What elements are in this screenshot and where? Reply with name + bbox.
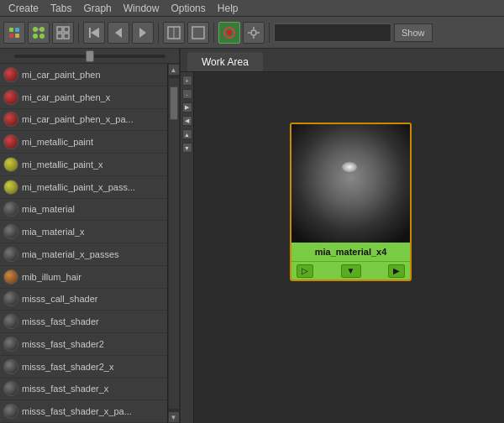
- strip-btn-4[interactable]: ◀: [182, 116, 192, 126]
- shader-name: mi_car_paint_phen_x_pa...: [22, 114, 134, 124]
- shader-name: mib_illum_hair: [22, 272, 81, 282]
- shader-icon: [3, 201, 18, 217]
- list-scrollbar[interactable]: ▲ ▼: [167, 64, 179, 423]
- menu-help[interactable]: Help: [213, 1, 244, 16]
- menu-tabs[interactable]: Tabs: [45, 1, 76, 16]
- list-item[interactable]: misss_call_shader: [0, 289, 167, 311]
- left-panel: mi_car_paint_phen mi_car_paint_phen_x mi…: [0, 49, 181, 423]
- list-item[interactable]: mib_illum_hair: [0, 266, 167, 289]
- toolbar-render-btn[interactable]: [218, 22, 240, 44]
- shader-name: mi_car_paint_phen_x: [22, 92, 110, 102]
- list-item[interactable]: misss_fast_shader_x: [0, 379, 167, 401]
- strip-btn-1[interactable]: +: [182, 76, 192, 86]
- strip-btn-3[interactable]: ▶: [182, 102, 192, 112]
- shader-icon: [3, 180, 18, 195]
- list-item[interactable]: mi_metallic_paint_x_pass...: [0, 176, 167, 199]
- shader-icon: [3, 134, 18, 149]
- node-ctrl-left[interactable]: ▷: [297, 264, 313, 278]
- list-item[interactable]: misss_fast_shader2: [0, 333, 167, 356]
- node-ctrl-center[interactable]: ▼: [341, 264, 361, 278]
- list-item[interactable]: misss_fast_shader2_x: [0, 356, 167, 379]
- svg-point-21: [227, 30, 232, 35]
- strip-btn-5[interactable]: ▲: [182, 129, 192, 139]
- shader-icon: [3, 404, 18, 419]
- shader-name: misss_fast_shader2: [22, 339, 104, 349]
- list-item[interactable]: mia_material_x: [0, 221, 167, 243]
- list-items: mi_car_paint_phen mi_car_paint_phen_x mi…: [0, 64, 167, 423]
- svg-rect-2: [9, 34, 13, 38]
- node-preview: [291, 124, 410, 243]
- menu-create[interactable]: Create: [3, 1, 44, 16]
- toolbar-prev-btn[interactable]: [83, 22, 105, 44]
- list-item[interactable]: mi_car_paint_phen: [0, 64, 167, 86]
- strip-btn-6[interactable]: ▼: [182, 143, 192, 153]
- canvas-area[interactable]: + - ▶ ◀ ▲ ▼ mia_material_x4 ▷ ▼ ▶: [181, 72, 504, 423]
- shader-icon: [3, 224, 18, 239]
- toolbar-step-back-btn[interactable]: [108, 22, 129, 44]
- shader-icon: [3, 247, 18, 262]
- shader-name: misss_fast_shader2_x: [22, 362, 113, 372]
- shader-name: mia_material_x_passes: [22, 249, 119, 259]
- list-item[interactable]: mi_metallic_paint: [0, 131, 167, 154]
- svg-marker-16: [139, 28, 146, 38]
- shader-name: mia_material: [22, 204, 75, 214]
- slider-track[interactable]: [14, 55, 165, 58]
- node-specular-highlight: [342, 162, 357, 172]
- menu-window[interactable]: Window: [118, 1, 165, 16]
- svg-point-22: [251, 30, 256, 35]
- list-item[interactable]: mi_car_paint_phen_x: [0, 86, 167, 109]
- toolbar-grid-btn[interactable]: [52, 22, 74, 44]
- node-controls: ▷ ▼ ▶: [291, 261, 410, 279]
- toolbar-layout2-btn[interactable]: [187, 22, 209, 44]
- node-ctrl-right[interactable]: ▶: [388, 264, 405, 278]
- toolbar: Show: [0, 17, 504, 49]
- svg-rect-3: [15, 34, 19, 38]
- toolbar-settings-btn[interactable]: [243, 22, 265, 44]
- shader-icon: [3, 359, 18, 374]
- svg-rect-12: [64, 34, 69, 39]
- shader-list: mi_car_paint_phen mi_car_paint_phen_x mi…: [0, 64, 179, 423]
- shader-name: misss_call_shader: [22, 294, 97, 304]
- svg-point-6: [33, 34, 38, 39]
- slider-thumb[interactable]: [86, 50, 94, 62]
- shader-name: misss_fast_shader: [22, 316, 99, 326]
- menubar: Create Tabs Graph Window Options Help: [0, 0, 504, 17]
- toolbar-nodes-btn[interactable]: [28, 22, 50, 44]
- shader-name: misss_fast_shader_x: [22, 384, 108, 394]
- menu-options[interactable]: Options: [165, 1, 210, 16]
- node-label: mia_material_x4: [291, 243, 410, 261]
- toolbar-layout1-btn[interactable]: [163, 22, 185, 44]
- sep1: [78, 23, 79, 43]
- shader-icon: [3, 67, 18, 82]
- shader-name: mi_metallic_paint: [22, 137, 93, 147]
- shader-name: misss_fast_shader_x_pa...: [22, 406, 132, 416]
- svg-rect-1: [15, 28, 19, 32]
- shader-icon: [3, 157, 18, 172]
- toolbar-show-button[interactable]: Show: [394, 24, 433, 42]
- list-item[interactable]: mi_metallic_paint_x: [0, 154, 167, 176]
- menu-graph[interactable]: Graph: [78, 1, 116, 16]
- shader-icon: [3, 291, 18, 306]
- shader-icon: [3, 269, 18, 285]
- shader-name: mi_metallic_paint_x_pass...: [22, 182, 135, 192]
- sep2: [158, 23, 159, 43]
- list-item[interactable]: misss_fast_shader_x_pa...: [0, 400, 167, 423]
- list-item[interactable]: mia_material_x_passes: [0, 243, 167, 266]
- main-layout: mi_car_paint_phen mi_car_paint_phen_x mi…: [0, 49, 504, 423]
- list-item[interactable]: mi_car_paint_phen_x_pa...: [0, 109, 167, 132]
- tab-work-area[interactable]: Work Area: [187, 52, 263, 71]
- scroll-up-arrow[interactable]: ▲: [168, 64, 180, 76]
- shader-icon: [3, 112, 18, 127]
- list-item[interactable]: misss_fast_shader: [0, 311, 167, 333]
- strip-btn-2[interactable]: -: [182, 89, 192, 99]
- toolbar-create-btn[interactable]: [3, 22, 25, 44]
- scroll-thumb[interactable]: [170, 86, 178, 120]
- list-item[interactable]: mia_material: [0, 199, 167, 222]
- scroll-down-arrow[interactable]: ▼: [168, 411, 180, 423]
- svg-rect-14: [89, 28, 91, 38]
- sep3: [213, 23, 214, 43]
- material-node[interactable]: mia_material_x4 ▷ ▼ ▶: [290, 123, 412, 281]
- shader-name: mia_material_x: [22, 227, 85, 237]
- toolbar-play-btn[interactable]: [132, 22, 154, 44]
- toolbar-search[interactable]: [274, 24, 391, 42]
